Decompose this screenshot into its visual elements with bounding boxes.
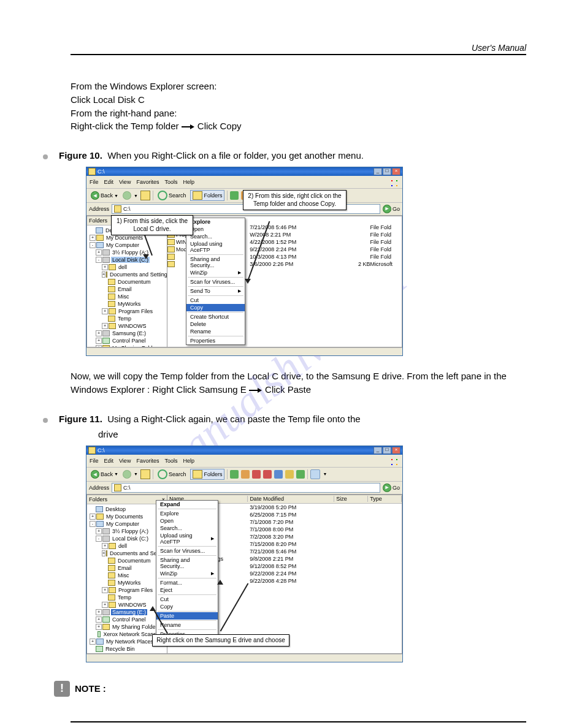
tree-item[interactable]: +Control Panel bbox=[88, 616, 166, 623]
toolbar-button[interactable] bbox=[241, 470, 250, 479]
context-menu-item[interactable]: Copy bbox=[186, 304, 245, 311]
context-menu-item[interactable]: Open bbox=[186, 226, 245, 233]
folders-button[interactable]: Folders bbox=[190, 469, 224, 480]
tree-item[interactable]: +3½ Floppy (A:) bbox=[88, 249, 166, 256]
menu-item[interactable]: File bbox=[90, 179, 99, 185]
tree-item[interactable]: +Samsung (E:) bbox=[88, 330, 166, 337]
context-menu-item[interactable]: Format... bbox=[156, 579, 218, 586]
folders-button[interactable]: Folders bbox=[190, 190, 224, 201]
context-menu-item[interactable]: Send To▶ bbox=[186, 287, 245, 295]
toolbar-button[interactable] bbox=[274, 470, 283, 479]
tree-item[interactable]: Email bbox=[88, 564, 166, 572]
context-menu-item[interactable]: Upload using AceFTP▶ bbox=[156, 532, 218, 545]
tree-item[interactable]: +Documents and Settings bbox=[88, 271, 166, 278]
close-button[interactable]: × bbox=[392, 447, 400, 454]
forward-button[interactable] bbox=[123, 191, 131, 200]
context-menu-item[interactable]: Rename bbox=[156, 621, 218, 629]
tree-item[interactable]: +My Sharing Folders bbox=[88, 344, 166, 347]
tree-item[interactable]: Documentum bbox=[88, 278, 166, 286]
menu-item[interactable]: Favorites bbox=[136, 179, 159, 185]
context-menu-item[interactable]: WinZip▶ bbox=[186, 269, 245, 276]
tree-item[interactable]: +My Sharing Folders bbox=[88, 623, 166, 631]
context-menu-item[interactable]: Search... bbox=[156, 525, 218, 532]
toolbar-button[interactable] bbox=[252, 470, 261, 479]
address-input[interactable]: C:\ bbox=[112, 483, 380, 493]
back-button[interactable]: ◄Back▼ bbox=[89, 469, 120, 479]
window-titlebar[interactable]: C:\ _ □ × bbox=[86, 446, 402, 455]
menu-item[interactable]: Tools bbox=[164, 458, 177, 464]
context-menu-item[interactable]: Sharing and Security... bbox=[186, 256, 245, 269]
context-menu-item[interactable]: Rename bbox=[186, 328, 245, 335]
back-button[interactable]: ◄Back▼ bbox=[89, 191, 120, 200]
tree-item[interactable]: +Program Files bbox=[88, 308, 166, 315]
tree-item[interactable]: Desktop bbox=[88, 506, 166, 513]
menu-item[interactable]: Help bbox=[183, 179, 194, 185]
context-menu-item[interactable]: Scan for Viruses... bbox=[156, 547, 218, 555]
tree-item[interactable]: +dell bbox=[88, 264, 166, 271]
context-menu-item[interactable]: Explore bbox=[186, 218, 245, 226]
tree-item[interactable]: -My Computer bbox=[88, 241, 166, 249]
menu-item[interactable]: View bbox=[119, 458, 131, 464]
context-menu-item[interactable]: Create Shortcut bbox=[186, 313, 245, 320]
up-button[interactable] bbox=[140, 191, 150, 200]
tree-item[interactable]: Documentum bbox=[88, 557, 166, 564]
context-menu-item[interactable]: Paste bbox=[156, 612, 218, 620]
context-menu-item[interactable]: Copy bbox=[156, 603, 218, 610]
context-menu-item[interactable]: Cut bbox=[156, 596, 218, 603]
forward-button[interactable] bbox=[123, 470, 131, 479]
context-menu-item[interactable]: Upload using AceFTP bbox=[186, 240, 245, 254]
tree-item[interactable]: Misc bbox=[88, 293, 166, 300]
go-button[interactable]: ◄Go bbox=[383, 205, 400, 213]
menu-item[interactable]: Edit bbox=[104, 458, 114, 464]
minimize-button[interactable]: _ bbox=[373, 168, 382, 175]
menu-item[interactable]: Help bbox=[183, 458, 194, 464]
context-menu-item[interactable]: Properties bbox=[186, 337, 245, 344]
context-menu-item[interactable]: Search... bbox=[186, 233, 245, 240]
tree-item[interactable]: +WINDOWS bbox=[88, 322, 166, 330]
maximize-button[interactable]: □ bbox=[383, 168, 391, 175]
go-button[interactable]: ◄Go bbox=[383, 483, 400, 492]
context-menu-item[interactable]: WinZip▶ bbox=[156, 570, 218, 577]
tree-item[interactable]: +3½ Floppy (A:) bbox=[88, 528, 166, 535]
context-menu-item[interactable]: Sharing and Security... bbox=[156, 556, 218, 570]
menu-item[interactable]: Tools bbox=[164, 179, 177, 185]
views-button[interactable] bbox=[310, 469, 320, 479]
toolbar-button[interactable] bbox=[296, 470, 305, 479]
tree-item[interactable]: Temp bbox=[88, 594, 166, 601]
tree-item[interactable]: -Local Disk (C:) bbox=[88, 535, 166, 542]
context-menu-item[interactable]: Delete bbox=[186, 320, 245, 328]
tree-item[interactable]: -My Computer bbox=[88, 520, 166, 528]
toolbar-button[interactable] bbox=[230, 470, 239, 479]
up-button[interactable] bbox=[140, 469, 150, 479]
tree-item[interactable]: -Local Disk (C:) bbox=[88, 256, 166, 264]
menu-item[interactable]: File bbox=[90, 458, 99, 464]
menu-item[interactable]: Edit bbox=[104, 179, 114, 185]
context-menu-item[interactable]: Scan for Viruses... bbox=[186, 278, 245, 286]
toolbar-button[interactable] bbox=[230, 191, 239, 200]
tree-item[interactable]: +dell bbox=[88, 542, 166, 550]
context-menu-item[interactable]: Eject bbox=[156, 586, 218, 594]
search-button[interactable]: Search bbox=[156, 190, 188, 201]
tree-item[interactable]: Email bbox=[88, 286, 166, 293]
tree-item[interactable]: +Program Files bbox=[88, 586, 166, 594]
context-menu-item[interactable]: Expand bbox=[156, 501, 218, 508]
toolbar-button[interactable] bbox=[285, 470, 294, 479]
context-menu-item[interactable]: Explore bbox=[156, 510, 218, 517]
minimize-button[interactable]: _ bbox=[373, 447, 382, 454]
tree-item[interactable]: MyWorks bbox=[88, 579, 166, 586]
tree-item[interactable]: +Documents and Settings bbox=[88, 550, 166, 557]
search-button[interactable]: Search bbox=[156, 469, 188, 480]
toolbar-button[interactable] bbox=[263, 470, 272, 479]
tree-item[interactable]: Temp bbox=[88, 315, 166, 322]
close-button[interactable]: × bbox=[392, 168, 400, 175]
context-menu-item[interactable]: Open bbox=[156, 517, 218, 525]
tree-item[interactable]: Misc bbox=[88, 572, 166, 579]
maximize-button[interactable]: □ bbox=[383, 447, 391, 454]
tree-item[interactable]: MyWorks bbox=[88, 300, 166, 308]
tree-item[interactable]: +Control Panel bbox=[88, 337, 166, 344]
window-titlebar[interactable]: C:\ _ □ × bbox=[86, 167, 402, 176]
menu-item[interactable]: Favorites bbox=[136, 458, 159, 464]
context-menu-item[interactable]: Cut bbox=[186, 297, 245, 304]
menu-item[interactable]: View bbox=[119, 179, 131, 185]
tree-item[interactable]: +My Documents bbox=[88, 513, 166, 520]
